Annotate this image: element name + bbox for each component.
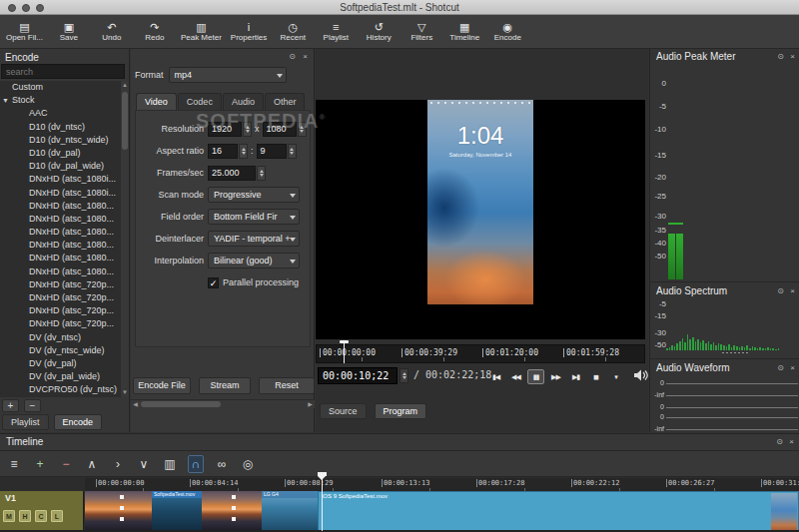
lift-button[interactable]: ∧: [84, 455, 100, 473]
peak-meter-button[interactable]: ▥ Peak Meter: [181, 16, 222, 47]
timeline-clip-selected[interactable]: iOS 9 SoftpediaTest.mov: [318, 491, 799, 531]
preset-list-item[interactable]: DV (dv_ntsc_wide): [0, 344, 121, 357]
preset-list-item[interactable]: ▼ Stock: [0, 94, 121, 107]
preset-list-item[interactable]: DNxHD (atsc_1080...: [0, 226, 121, 239]
skip-next-button[interactable]: ▶▮: [567, 369, 584, 384]
preset-list-item[interactable]: DNxHD (atsc_720p...: [0, 304, 121, 317]
overwrite-button[interactable]: ›: [110, 455, 126, 473]
aspect-h-stepper[interactable]: [288, 144, 297, 159]
reset-button[interactable]: Reset: [259, 377, 315, 394]
format-select[interactable]: mp4: [169, 67, 287, 83]
preset-list-item[interactable]: DVCPRO50 (dv_ntsc): [0, 383, 121, 396]
playlist-button[interactable]: ≡ Playlist: [319, 16, 353, 47]
snap-button[interactable]: ∩: [188, 455, 204, 473]
open-file-button[interactable]: ▤ Open Fil...: [6, 16, 43, 47]
scroll-up-icon[interactable]: ▲: [121, 81, 129, 90]
recent-button[interactable]: ◷ Recent: [276, 16, 310, 47]
skip-previous-button[interactable]: ▮◀: [487, 369, 504, 384]
properties-button[interactable]: i Properties: [231, 16, 267, 47]
add-preset-button[interactable]: +: [2, 399, 19, 412]
preset-list-item[interactable]: D10 (dv_pal_wide): [0, 160, 121, 173]
tab-other[interactable]: Other: [265, 93, 306, 110]
split-button[interactable]: ∨: [136, 455, 152, 473]
preset-list-item[interactable]: DNxHD (atsc_720p...: [0, 278, 121, 291]
preset-list-item[interactable]: D10 (dv_ntsc): [0, 121, 121, 134]
tab-audio[interactable]: Audio: [223, 93, 264, 110]
encode-button[interactable]: ◉ Encode: [490, 16, 524, 47]
preset-list-item[interactable]: DNxHD (atsc_1080...: [0, 213, 121, 226]
tab-codec[interactable]: Codec: [178, 93, 222, 110]
track-header-v1[interactable]: V1 M H C L: [0, 491, 84, 531]
history-button[interactable]: ↺ History: [362, 16, 396, 47]
expand-caret-icon[interactable]: ▼: [2, 94, 9, 107]
mute-button[interactable]: M: [3, 510, 15, 522]
video-preview[interactable]: 1:04 Saturday, November 14: [316, 100, 645, 339]
timeline-button[interactable]: ▦ Timeline: [447, 16, 481, 47]
remove-preset-button[interactable]: −: [24, 399, 41, 412]
save-button[interactable]: ▣ Save: [52, 16, 86, 47]
stop-menu-caret[interactable]: ▾: [607, 369, 624, 384]
close-panel-icon[interactable]: ×: [790, 363, 795, 372]
ripple-delete-button[interactable]: −: [58, 455, 74, 473]
preset-list-item[interactable]: DNxHD (atsc_720p...: [0, 317, 121, 330]
append-button[interactable]: +: [32, 455, 48, 473]
aspect-w-field[interactable]: 16: [208, 144, 238, 159]
volume-icon[interactable]: [633, 368, 649, 382]
markers-button[interactable]: ▥: [162, 455, 178, 473]
preset-list-item[interactable]: AAC: [0, 107, 121, 120]
interpolation-select[interactable]: Bilinear (good): [208, 253, 300, 268]
current-time-stepper[interactable]: [400, 368, 408, 383]
preset-list-item[interactable]: D10 (dv_ntsc_wide): [0, 134, 121, 147]
preset-list-item[interactable]: DNxHD (atsc_1080i...: [0, 187, 121, 200]
preset-list-scrollbar[interactable]: ▲ ▼: [121, 81, 129, 397]
preset-list-item[interactable]: DNxHD (atsc_1080...: [0, 266, 121, 278]
timeline-clip[interactable]: [202, 491, 262, 531]
redo-button[interactable]: ↷ Redo: [138, 16, 172, 47]
close-panel-icon[interactable]: ×: [303, 52, 308, 61]
tab-source[interactable]: Source: [320, 403, 367, 419]
float-panel-icon[interactable]: ⊙: [777, 52, 784, 61]
scrollbar-thumb[interactable]: [122, 92, 128, 150]
scroll-down-icon[interactable]: ▼: [121, 388, 129, 397]
float-panel-icon[interactable]: ⊙: [777, 363, 784, 372]
undo-button[interactable]: ↶ Undo: [95, 16, 129, 47]
close-panel-icon[interactable]: ×: [790, 286, 795, 295]
player-time-ruler[interactable]: 00:00:00:00 00:00:39:29 00:01:20:00 00:0…: [316, 344, 645, 363]
tab-playlist[interactable]: Playlist: [2, 414, 49, 430]
float-panel-icon[interactable]: ⊙: [289, 52, 296, 61]
parallel-processing-checkbox[interactable]: ✓: [208, 277, 219, 288]
timeline-menu-button[interactable]: ≡: [6, 455, 22, 473]
tab-program[interactable]: Program: [375, 403, 427, 419]
player-playhead[interactable]: [344, 342, 345, 363]
preset-list-item[interactable]: DNxHD (atsc_1080...: [0, 200, 121, 213]
stop-button[interactable]: ◼: [587, 369, 604, 384]
preset-list-item[interactable]: DNxHD (atsc_1080...: [0, 239, 121, 252]
scroll-right-icon[interactable]: ▶: [306, 400, 315, 409]
timeline-clip[interactable]: LG G4: [262, 491, 318, 531]
scrollbar-thumb[interactable]: [141, 401, 221, 407]
fps-field[interactable]: 25.000: [208, 166, 256, 181]
preset-search-input[interactable]: [1, 64, 125, 79]
settings-hscrollbar[interactable]: ◀ ▶: [131, 399, 315, 408]
preset-list-item[interactable]: DNxHD (atsc_1080i...: [0, 173, 121, 186]
scrub-button[interactable]: ∞: [214, 455, 230, 473]
preset-list-item[interactable]: DNxHD (atsc_720p...: [0, 291, 121, 304]
filters-button[interactable]: ▽ Filters: [404, 16, 438, 47]
hide-button[interactable]: H: [19, 510, 31, 522]
preset-list-item[interactable]: D10 (dv_pal): [0, 147, 121, 160]
float-panel-icon[interactable]: ⊙: [777, 286, 784, 295]
timeline-playhead[interactable]: [322, 476, 323, 531]
zoom-fit-button[interactable]: ◎: [240, 455, 256, 473]
preset-list-item[interactable]: Custom: [0, 81, 121, 94]
composite-button[interactable]: C: [35, 510, 47, 522]
scroll-left-icon[interactable]: ◀: [131, 400, 140, 409]
current-time-field[interactable]: 00:00:10;22: [318, 367, 398, 384]
preset-list-item[interactable]: DV (dv_ntsc): [0, 331, 121, 344]
tab-encode[interactable]: Encode: [54, 414, 103, 430]
aspect-h-field[interactable]: 9: [257, 144, 287, 159]
pause-button[interactable]: ▮▮: [527, 369, 544, 384]
close-panel-icon[interactable]: ×: [789, 437, 794, 446]
timeline-clip[interactable]: [85, 491, 152, 531]
lock-button[interactable]: L: [51, 510, 63, 522]
timeline-ruler[interactable]: 00:00:00:00 00:00:04:14 00:00:08:29 00:0…: [85, 478, 799, 491]
